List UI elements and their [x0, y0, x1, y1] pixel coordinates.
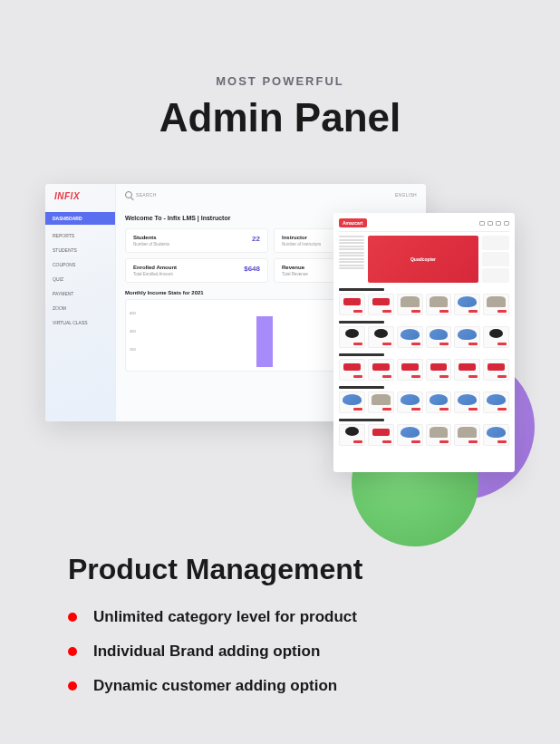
product-management-section: Product Management Unlimited category le…	[68, 553, 362, 711]
storefront-categories	[339, 236, 364, 283]
stat-subtitle: Total Enrolled Amount	[133, 272, 260, 276]
section-heading	[339, 353, 384, 356]
product-tile	[368, 359, 394, 381]
stat-value: 22	[252, 235, 260, 243]
storefront-side-tiles	[482, 236, 509, 283]
product-tile	[483, 424, 509, 446]
stat-subtitle: Number of Students	[133, 242, 260, 246]
dashboard-logo: INFIX	[45, 184, 115, 208]
product-tile	[339, 359, 365, 381]
product-tile	[397, 294, 423, 315]
feature-item: Dynamic customer adding option	[68, 677, 362, 695]
product-tile	[483, 391, 509, 413]
product-tile	[426, 359, 452, 381]
search-icon	[125, 191, 132, 198]
storefront-section	[339, 353, 509, 381]
bullet-icon	[68, 647, 77, 656]
bullet-icon	[68, 613, 77, 622]
feature-item: Unlimited category level for product	[68, 608, 362, 626]
header-icon	[496, 221, 501, 226]
product-tile	[368, 391, 394, 413]
dashboard-search: SEARCH	[125, 191, 157, 198]
feature-text: Unlimited category level for product	[93, 608, 357, 626]
dashboard-sidebar: INFIX DASHBOARD REPORTS STUDENTS COUPONS…	[45, 184, 116, 421]
product-tile	[397, 326, 423, 348]
sidebar-item: QUIZ	[45, 272, 115, 286]
storefront-section	[339, 419, 509, 446]
product-tile	[368, 294, 394, 315]
search-placeholder: SEARCH	[136, 192, 157, 198]
stat-title: Students	[133, 235, 260, 240]
storefront-section	[339, 321, 509, 348]
product-tile	[483, 326, 509, 348]
product-tile	[397, 424, 423, 446]
sidebar-item: REPORTS	[45, 228, 115, 243]
product-tile	[426, 391, 452, 413]
sidebar-item: COUPONS	[45, 257, 115, 272]
feature-item: Individual Brand adding option	[68, 643, 362, 661]
header-icon	[479, 221, 485, 226]
chart-bar-august	[256, 316, 273, 367]
sidebar-item: STUDENTS	[45, 243, 115, 257]
stat-value: $648	[244, 265, 260, 273]
product-tile	[368, 326, 394, 348]
mockup-area: INFIX DASHBOARD REPORTS STUDENTS COUPONS…	[0, 184, 560, 510]
product-tile	[454, 326, 480, 348]
feature-list: Unlimited category level for product Ind…	[68, 608, 362, 695]
product-tile	[454, 294, 480, 315]
product-tile	[426, 424, 452, 446]
storefront-header-icons	[479, 221, 509, 226]
product-tile	[426, 294, 452, 315]
side-tile	[482, 252, 509, 266]
y-tick: 600	[130, 311, 136, 315]
product-tile	[483, 359, 509, 381]
sidebar-item: PAYMENT	[45, 286, 115, 301]
storefront-mockup: Amazcart Quadcopter	[333, 213, 515, 472]
product-tile	[339, 326, 365, 348]
y-tick: 400	[130, 329, 136, 333]
storefront-section	[339, 386, 509, 413]
feature-text: Individual Brand adding option	[93, 643, 320, 661]
stat-card-students: Students Number of Students 22	[125, 228, 268, 253]
section-heading	[339, 386, 384, 389]
product-tile	[454, 424, 480, 446]
product-tile	[454, 391, 480, 413]
side-tile	[482, 236, 509, 250]
bullet-icon	[68, 681, 77, 691]
y-tick: 200	[130, 347, 136, 352]
product-tile	[339, 294, 365, 315]
storefront-hero-banner: Quadcopter	[368, 236, 478, 283]
section-title: Admin Panel	[0, 95, 560, 140]
banner-text: Quadcopter	[410, 256, 436, 262]
header-icon	[504, 221, 509, 226]
feature-text: Dynamic customer adding option	[93, 677, 337, 695]
product-tile	[426, 326, 452, 348]
side-tile	[482, 268, 509, 283]
section-heading	[339, 321, 384, 324]
header-icon	[488, 221, 493, 226]
storefront-section	[339, 288, 509, 315]
sidebar-item: VIRTUAL CLASS	[45, 315, 115, 330]
sidebar-item: ZOOM	[45, 301, 115, 315]
stat-title: Enrolled Amount	[133, 265, 260, 270]
section-heading	[339, 288, 384, 291]
product-tile	[368, 424, 394, 446]
sidebar-item-dashboard: DASHBOARD	[45, 212, 115, 225]
pm-title: Product Management	[68, 553, 362, 586]
product-tile	[339, 391, 365, 413]
section-subtitle: MOST POWERFUL	[0, 74, 560, 88]
product-tile	[397, 359, 423, 381]
product-tile	[454, 359, 480, 381]
product-tile	[483, 294, 509, 315]
product-tile	[339, 424, 365, 446]
section-heading	[339, 419, 384, 421]
language-selector: ENGLISH	[395, 192, 417, 198]
storefront-logo: Amazcart	[339, 218, 367, 227]
stat-card-enrolled: Enrolled Amount Total Enrolled Amount $6…	[125, 258, 268, 283]
product-tile	[397, 391, 423, 413]
